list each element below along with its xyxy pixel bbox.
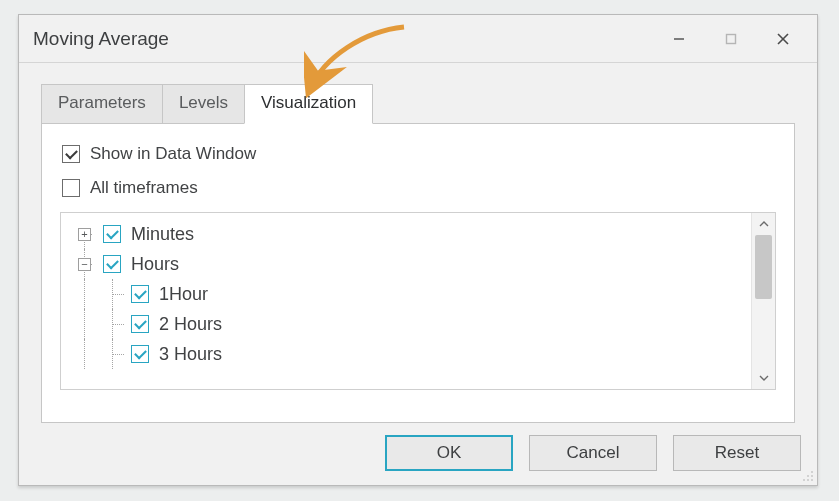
scroll-up-icon[interactable] bbox=[752, 213, 776, 235]
tree-checkbox[interactable] bbox=[131, 315, 149, 333]
tree-checkbox[interactable] bbox=[103, 225, 121, 243]
minimize-button[interactable] bbox=[653, 17, 705, 61]
tree-item-label: 1Hour bbox=[159, 284, 208, 305]
ok-button[interactable]: OK bbox=[385, 435, 513, 471]
tab-parameters[interactable]: Parameters bbox=[41, 84, 163, 124]
svg-point-6 bbox=[811, 475, 813, 477]
tab-levels[interactable]: Levels bbox=[162, 84, 245, 124]
all-timeframes-row[interactable]: All timeframes bbox=[62, 178, 776, 198]
moving-average-dialog: Moving Average Parameters Levels Visuali… bbox=[18, 14, 818, 486]
expand-icon-minus[interactable]: − bbox=[78, 258, 91, 271]
maximize-button[interactable] bbox=[705, 17, 757, 61]
all-timeframes-label: All timeframes bbox=[90, 178, 198, 198]
tree-checkbox[interactable] bbox=[131, 345, 149, 363]
all-timeframes-checkbox[interactable] bbox=[62, 179, 80, 197]
scroll-thumb[interactable] bbox=[755, 235, 772, 299]
close-button[interactable] bbox=[757, 17, 809, 61]
button-bar: OK Cancel Reset bbox=[385, 435, 801, 471]
tree-item-2hours[interactable]: 2 Hours bbox=[75, 309, 745, 339]
tree-item-3hours[interactable]: 3 Hours bbox=[75, 339, 745, 369]
tree-item-label: Hours bbox=[131, 254, 179, 275]
tree-item-hours[interactable]: − Hours bbox=[75, 249, 745, 279]
svg-point-7 bbox=[803, 479, 805, 481]
svg-rect-1 bbox=[727, 34, 736, 43]
show-in-data-window-row[interactable]: Show in Data Window bbox=[62, 144, 776, 164]
timeframes-tree: + Minutes − Hours bbox=[60, 212, 776, 390]
tab-content: Show in Data Window All timeframes + Min… bbox=[41, 123, 795, 423]
tree-item-minutes[interactable]: + Minutes bbox=[75, 219, 745, 249]
tabs-wrap: Parameters Levels Visualization Show in … bbox=[19, 63, 817, 423]
svg-point-4 bbox=[811, 471, 813, 473]
tree-checkbox[interactable] bbox=[103, 255, 121, 273]
cancel-button[interactable]: Cancel bbox=[529, 435, 657, 471]
tab-visualization[interactable]: Visualization bbox=[244, 84, 373, 124]
tree-item-label: Minutes bbox=[131, 224, 194, 245]
tree-scrollbar[interactable] bbox=[751, 213, 775, 389]
show-in-data-window-checkbox[interactable] bbox=[62, 145, 80, 163]
scroll-down-icon[interactable] bbox=[752, 367, 776, 389]
tree-item-1hour[interactable]: 1Hour bbox=[75, 279, 745, 309]
resize-grip-icon[interactable] bbox=[801, 469, 815, 483]
tabs: Parameters Levels Visualization bbox=[41, 83, 795, 123]
show-in-data-window-label: Show in Data Window bbox=[90, 144, 256, 164]
tree-checkbox[interactable] bbox=[131, 285, 149, 303]
svg-point-8 bbox=[807, 479, 809, 481]
expand-icon-plus[interactable]: + bbox=[78, 228, 91, 241]
scroll-track[interactable] bbox=[752, 235, 775, 367]
svg-point-9 bbox=[811, 479, 813, 481]
reset-button[interactable]: Reset bbox=[673, 435, 801, 471]
tree-item-label: 3 Hours bbox=[159, 344, 222, 365]
svg-point-5 bbox=[807, 475, 809, 477]
tree-item-label: 2 Hours bbox=[159, 314, 222, 335]
window-title: Moving Average bbox=[33, 28, 169, 50]
titlebar: Moving Average bbox=[19, 15, 817, 63]
